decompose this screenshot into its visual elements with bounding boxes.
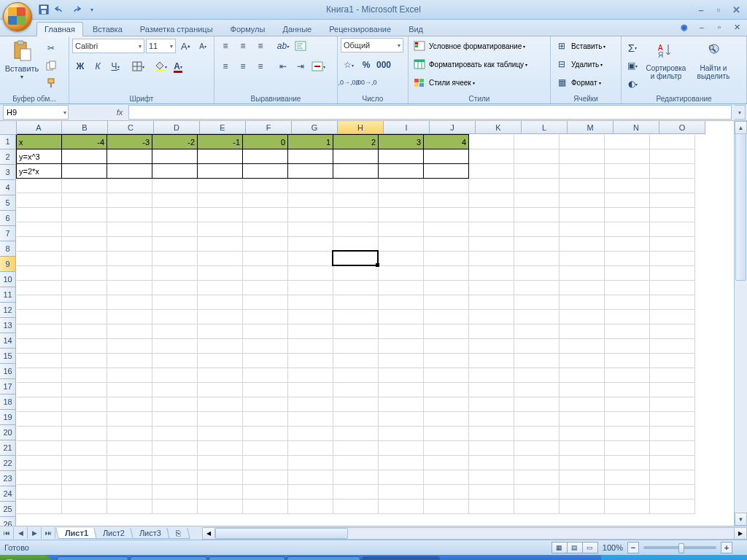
cell[interactable] [333, 179, 379, 193]
cell[interactable] [379, 149, 424, 164]
formula-bar[interactable] [128, 105, 732, 120]
row-header[interactable]: 6 [0, 211, 16, 226]
cell[interactable] [605, 193, 650, 208]
cell[interactable] [514, 441, 560, 456]
cell[interactable] [243, 179, 288, 193]
cell[interactable] [243, 193, 288, 208]
cell[interactable] [288, 324, 333, 339]
cell[interactable] [152, 237, 198, 252]
cell[interactable] [333, 368, 379, 383]
column-header[interactable]: D [154, 121, 200, 134]
cell[interactable] [107, 441, 152, 456]
row-header[interactable]: 1 [0, 134, 16, 149]
cell[interactable] [469, 412, 514, 427]
bold-icon[interactable]: Ж [72, 58, 88, 74]
align-bottom-icon[interactable]: ≡ [252, 38, 268, 54]
cell[interactable] [198, 412, 243, 427]
cell[interactable] [17, 339, 62, 354]
format-painter-icon[interactable] [43, 75, 59, 91]
cell[interactable] [605, 164, 650, 179]
cell[interactable] [17, 383, 62, 397]
cell[interactable] [605, 397, 650, 412]
sheet-tab[interactable]: Лист3 [131, 528, 171, 539]
cell[interactable] [62, 310, 107, 324]
cell[interactable] [650, 237, 695, 252]
cell[interactable] [243, 295, 288, 310]
cell[interactable] [650, 135, 695, 149]
cell[interactable] [650, 354, 695, 368]
cell[interactable] [379, 164, 424, 179]
cell[interactable] [514, 470, 560, 485]
cell[interactable] [152, 266, 198, 281]
cell[interactable] [469, 266, 514, 281]
cell[interactable] [379, 499, 424, 514]
scroll-right-icon[interactable]: ▶ [734, 527, 747, 540]
cell[interactable] [469, 441, 514, 456]
cell[interactable] [514, 354, 560, 368]
cell[interactable] [333, 412, 379, 427]
cell[interactable] [333, 427, 379, 441]
align-left-icon[interactable]: ≡ [217, 58, 233, 74]
row-header[interactable]: 16 [0, 364, 16, 379]
insert-cells-button[interactable]: ⊞Вставить▾ [554, 38, 618, 54]
cell[interactable] [62, 208, 107, 222]
cell[interactable] [17, 499, 62, 514]
cell[interactable] [514, 397, 560, 412]
cell[interactable] [424, 456, 469, 470]
cell[interactable] [107, 164, 152, 179]
cell[interactable] [379, 310, 424, 324]
cell[interactable] [333, 470, 379, 485]
scroll-down-icon[interactable]: ▼ [735, 513, 747, 526]
cell[interactable] [288, 383, 333, 397]
cell[interactable] [107, 281, 152, 295]
cell[interactable] [650, 164, 695, 179]
cell[interactable] [560, 310, 605, 324]
cell[interactable] [605, 179, 650, 193]
doc-close-icon[interactable]: ✕ [731, 21, 743, 33]
cell[interactable] [424, 208, 469, 222]
cell[interactable] [469, 193, 514, 208]
cell[interactable] [605, 441, 650, 456]
row-header[interactable]: 2 [0, 149, 16, 165]
cell[interactable] [379, 368, 424, 383]
cell[interactable] [379, 237, 424, 252]
cell[interactable] [17, 222, 62, 237]
percent-format-icon[interactable]: % [358, 57, 374, 73]
cell[interactable] [62, 383, 107, 397]
cell[interactable] [514, 412, 560, 427]
cell[interactable] [560, 339, 605, 354]
cell[interactable] [650, 281, 695, 295]
cell[interactable]: -2 [152, 135, 198, 149]
cell[interactable] [198, 252, 243, 266]
cell[interactable] [650, 368, 695, 383]
cell[interactable] [62, 222, 107, 237]
font-size-combo[interactable]: 11▾ [146, 39, 177, 53]
cell[interactable] [650, 397, 695, 412]
cell[interactable] [243, 310, 288, 324]
scroll-left-icon[interactable]: ◀ [202, 527, 215, 540]
cell[interactable] [152, 164, 198, 179]
cell[interactable] [62, 339, 107, 354]
minimize-icon[interactable]: – [694, 4, 708, 15]
cell[interactable] [605, 456, 650, 470]
cell[interactable] [107, 368, 152, 383]
underline-icon[interactable]: Ч▾ [107, 58, 123, 74]
row-header[interactable]: 17 [0, 379, 16, 394]
cell[interactable] [243, 237, 288, 252]
tab-review[interactable]: Рецензирование [321, 22, 399, 36]
row-header[interactable]: 11 [0, 287, 16, 303]
cell[interactable] [152, 208, 198, 222]
cell[interactable] [605, 281, 650, 295]
cell[interactable] [379, 427, 424, 441]
cell[interactable] [560, 179, 605, 193]
horizontal-scrollbar[interactable]: ◀ ▶ [202, 527, 747, 539]
cell[interactable] [152, 252, 198, 266]
cell[interactable] [152, 441, 198, 456]
column-header[interactable]: J [430, 121, 476, 134]
cell[interactable] [379, 397, 424, 412]
cell[interactable]: 1 [288, 135, 333, 149]
start-button[interactable]: пуск [0, 555, 52, 560]
accounting-format-icon[interactable]: ☆▾ [341, 57, 357, 73]
cell[interactable] [379, 354, 424, 368]
font-name-combo[interactable]: Calibri▾ [72, 39, 144, 53]
